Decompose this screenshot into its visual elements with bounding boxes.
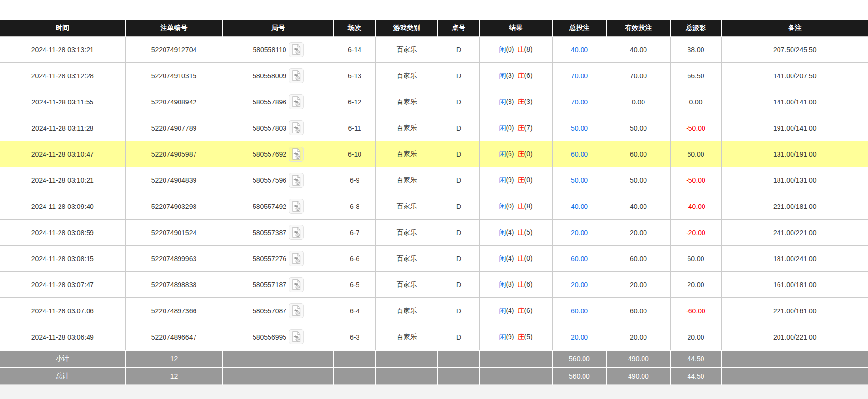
player-score: (6) bbox=[506, 150, 514, 158]
video-replay-button[interactable] bbox=[289, 94, 304, 109]
table-row[interactable]: 2024-11-28 03:09:40 522074903298 5805574… bbox=[0, 193, 868, 220]
video-replay-button[interactable] bbox=[289, 147, 304, 162]
table-row[interactable]: 2024-11-28 03:06:49 522074896647 5805569… bbox=[0, 324, 868, 351]
cell-table-number: D bbox=[438, 141, 479, 167]
cell-total-payout: -50.00 bbox=[670, 115, 721, 141]
cell-table-number: D bbox=[438, 193, 479, 220]
banker-score: (3) bbox=[524, 98, 533, 105]
cell-total-bet[interactable]: 50.00 bbox=[552, 167, 607, 193]
table-row[interactable]: 2024-11-28 03:07:47 522074898838 5805571… bbox=[0, 272, 868, 298]
cell-result: 闲(4)庄(0) bbox=[479, 246, 552, 272]
cell-total-bet[interactable]: 70.00 bbox=[552, 63, 607, 89]
header-row: 时间 注单编号 局号 场次 游戏类别 桌号 结果 总投注 有效投注 总派彩 备注 bbox=[0, 20, 868, 37]
cell-remark: 201.00/221.00 bbox=[721, 324, 868, 351]
cell-valid-bet: 60.00 bbox=[607, 246, 670, 272]
summary-empty bbox=[223, 350, 334, 368]
cell-round-number: 580558009 bbox=[223, 63, 334, 89]
cell-total-bet[interactable]: 20.00 bbox=[552, 324, 607, 351]
cell-total-bet[interactable]: 40.00 bbox=[552, 37, 607, 63]
cell-time: 2024-11-28 03:11:28 bbox=[0, 115, 125, 141]
summary-count: 12 bbox=[125, 350, 223, 368]
table-row[interactable]: 2024-11-28 03:10:21 522074904839 5805575… bbox=[0, 167, 868, 193]
cell-valid-bet: 40.00 bbox=[607, 193, 670, 220]
cell-remark: 131.00/191.00 bbox=[721, 141, 868, 167]
cell-remark: 141.00/141.00 bbox=[721, 89, 868, 115]
cell-total-payout: 20.00 bbox=[670, 272, 721, 298]
round-number: 580557187 bbox=[253, 281, 286, 289]
summary-valid-bet: 490.00 bbox=[607, 350, 670, 368]
cell-remark: 221.00/161.00 bbox=[721, 298, 868, 324]
table-row[interactable]: 2024-11-28 03:11:28 522074907789 5805578… bbox=[0, 115, 868, 141]
banker-score: (6) bbox=[524, 307, 533, 314]
video-replay-button[interactable] bbox=[289, 329, 304, 344]
cell-round-number: 580557596 bbox=[223, 167, 334, 193]
cell-total-bet[interactable]: 70.00 bbox=[552, 89, 607, 115]
cell-session: 6-14 bbox=[334, 37, 375, 63]
player-label: 闲 bbox=[499, 124, 506, 132]
table-row[interactable]: 2024-11-28 03:08:15 522074899963 5805572… bbox=[0, 246, 868, 272]
cell-time: 2024-11-28 03:07:06 bbox=[0, 298, 125, 324]
player-label: 闲 bbox=[499, 202, 506, 210]
cell-total-bet[interactable]: 60.00 bbox=[552, 141, 607, 167]
table-row[interactable]: 2024-11-28 03:10:47 522074905987 5805576… bbox=[0, 141, 868, 167]
col-header-valid-bet: 有效投注 bbox=[607, 20, 670, 37]
banker-score: (0) bbox=[524, 176, 533, 184]
cell-table-number: D bbox=[438, 167, 479, 193]
cell-total-bet[interactable]: 20.00 bbox=[552, 272, 607, 298]
cell-total-payout: -50.00 bbox=[670, 167, 721, 193]
cell-total-bet[interactable]: 40.00 bbox=[552, 193, 607, 220]
cell-remark: 221.00/181.00 bbox=[721, 193, 868, 220]
cell-total-bet[interactable]: 50.00 bbox=[552, 115, 607, 141]
cell-total-bet[interactable]: 20.00 bbox=[552, 220, 607, 246]
banker-label: 庄 bbox=[518, 98, 524, 105]
player-score: (9) bbox=[506, 176, 514, 184]
summary-empty bbox=[375, 350, 438, 368]
cell-bet-number: 522074908942 bbox=[125, 89, 223, 115]
summary-empty bbox=[479, 350, 552, 368]
col-header-game-type: 游戏类别 bbox=[375, 20, 438, 37]
film-document-icon bbox=[292, 96, 301, 107]
video-replay-button[interactable] bbox=[289, 303, 304, 318]
cell-total-bet[interactable]: 60.00 bbox=[552, 298, 607, 324]
video-replay-button[interactable] bbox=[289, 68, 304, 83]
video-replay-button[interactable] bbox=[289, 199, 304, 214]
cell-total-bet[interactable]: 60.00 bbox=[552, 246, 607, 272]
cell-valid-bet: 50.00 bbox=[607, 167, 670, 193]
cell-total-payout: 20.00 bbox=[670, 324, 721, 351]
cell-total-payout: -20.00 bbox=[670, 220, 721, 246]
col-header-remark: 备注 bbox=[721, 20, 868, 37]
cell-table-number: D bbox=[438, 246, 479, 272]
video-replay-button[interactable] bbox=[289, 251, 304, 266]
summary-empty bbox=[479, 368, 552, 385]
col-header-total-payout: 总派彩 bbox=[670, 20, 721, 37]
cell-game-type: 百家乐 bbox=[375, 115, 438, 141]
table-row[interactable]: 2024-11-28 03:07:06 522074897366 5805570… bbox=[0, 298, 868, 324]
player-score: (3) bbox=[506, 72, 514, 79]
cell-round-number: 580558110 bbox=[223, 37, 334, 63]
cell-round-number: 580557692 bbox=[223, 141, 334, 167]
cell-result: 闲(6)庄(0) bbox=[479, 141, 552, 167]
cell-valid-bet: 20.00 bbox=[607, 272, 670, 298]
table-row[interactable]: 2024-11-28 03:12:28 522074910315 5805580… bbox=[0, 63, 868, 89]
video-replay-button[interactable] bbox=[289, 225, 304, 240]
cell-valid-bet: 20.00 bbox=[607, 324, 670, 351]
cell-remark: 181.00/131.00 bbox=[721, 167, 868, 193]
table-row[interactable]: 2024-11-28 03:11:55 522074908942 5805578… bbox=[0, 89, 868, 115]
video-replay-button[interactable] bbox=[289, 120, 304, 135]
film-document-icon bbox=[292, 70, 301, 81]
table-row[interactable]: 2024-11-28 03:08:59 522074901524 5805573… bbox=[0, 220, 868, 246]
col-header-time: 时间 bbox=[0, 20, 125, 37]
cell-bet-number: 522074897366 bbox=[125, 298, 223, 324]
cell-result: 闲(0)庄(8) bbox=[479, 37, 552, 63]
film-document-icon bbox=[292, 227, 301, 238]
video-replay-button[interactable] bbox=[289, 173, 304, 188]
table-row[interactable]: 2024-11-28 03:13:21 522074912704 5805581… bbox=[0, 37, 868, 63]
bottom-spacer bbox=[0, 385, 868, 399]
betting-history-page: 时间 注单编号 局号 场次 游戏类别 桌号 结果 总投注 有效投注 总派彩 备注… bbox=[0, 0, 868, 399]
cell-result: 闲(3)庄(6) bbox=[479, 63, 552, 89]
cell-session: 6-9 bbox=[334, 167, 375, 193]
round-number: 580557596 bbox=[253, 177, 286, 184]
video-replay-button[interactable] bbox=[289, 42, 304, 57]
cell-game-type: 百家乐 bbox=[375, 89, 438, 115]
video-replay-button[interactable] bbox=[289, 277, 304, 292]
